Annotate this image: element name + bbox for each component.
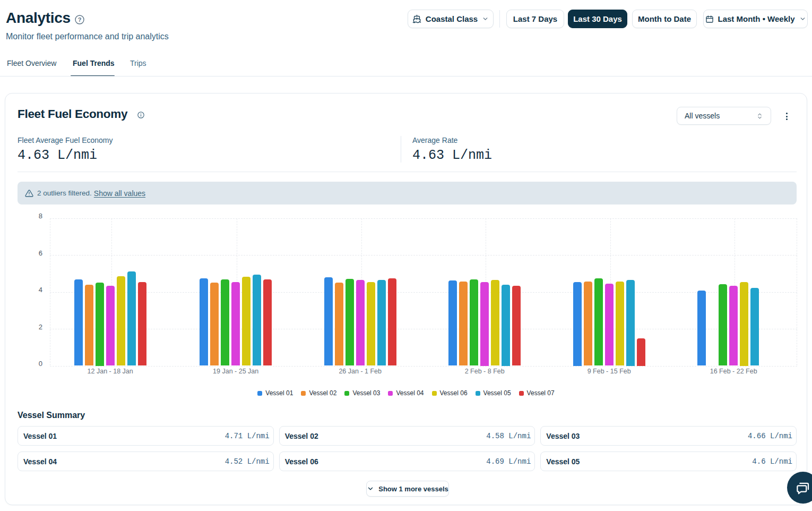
svg-text:?: ?	[78, 16, 82, 23]
